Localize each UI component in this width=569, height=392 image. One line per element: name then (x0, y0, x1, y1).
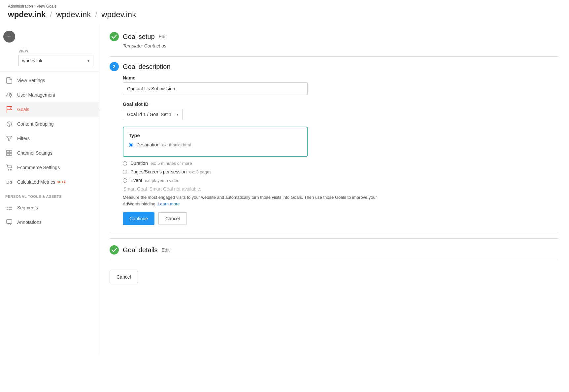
smart-goal-label: Smart Goal (123, 186, 147, 192)
svg-marker-4 (7, 136, 12, 141)
channel-icon (5, 149, 13, 157)
sidebar-item-channel-settings[interactable]: Channel Settings (0, 146, 99, 160)
sidebar-label-view-settings: View Settings (17, 78, 45, 83)
goal-description-step: 2 (110, 62, 119, 71)
svg-rect-7 (7, 153, 9, 156)
sidebar-label-calculated-metrics: Calculated Metrics (17, 179, 55, 185)
view-selector[interactable]: wpdev.ink (18, 55, 93, 66)
page-title: wpdev.ink / wpdev.ink / wpdev.ink (8, 10, 561, 24)
type-option-pages[interactable]: Pages/Screens per session ex: 3 pages (123, 169, 558, 174)
type-example-duration: ex: 5 minutes or more (151, 161, 192, 166)
name-input[interactable] (123, 82, 308, 95)
svg-rect-17 (7, 220, 12, 224)
goal-details-title: Goal details (123, 246, 158, 254)
goal-setup-header: Goal setup Edit (110, 32, 558, 41)
type-radio-event[interactable] (123, 178, 127, 183)
page-title-part3: wpdev.ink (101, 10, 136, 19)
main-layout: ← VIEW wpdev.ink View Settings Us (0, 24, 569, 354)
learn-more-link[interactable]: Learn more (158, 201, 180, 206)
continue-button[interactable]: Continue (123, 212, 154, 225)
view-selector-wrapper: wpdev.ink (18, 55, 93, 66)
sidebar-label-content-grouping: Content Grouping (17, 121, 54, 127)
goal-setup-template: Template: Contact us (110, 43, 558, 48)
sidebar-item-filters[interactable]: Filters (0, 131, 99, 146)
type-example-destination: ex: thanks.html (162, 142, 191, 147)
goal-details-header: Goal details Edit (110, 245, 558, 255)
goal-slot-form-group: Goal slot ID Goal Id 1 / Goal Set 1Goal … (123, 102, 558, 120)
section-divider-2 (110, 233, 558, 233)
svg-rect-5 (7, 150, 9, 153)
goal-description-title: Goal description (123, 63, 171, 71)
personal-tools-nav: Segments Annotations (0, 200, 99, 229)
type-option-event[interactable]: Event ex: played a video (123, 178, 558, 183)
filter-icon (5, 135, 13, 142)
svg-point-1 (11, 93, 12, 95)
sidebar-item-goals[interactable]: Goals (0, 102, 99, 117)
section-divider-1 (110, 56, 558, 57)
sidebar-item-calculated-metrics[interactable]: Dd Calculated Metrics BETA (0, 175, 99, 189)
type-radio-destination[interactable] (129, 143, 133, 147)
sidebar-label-ecommerce-settings: Ecommerce Settings (17, 165, 60, 170)
sidebar-nav: View Settings User Management Goals (0, 73, 99, 189)
main-content: Goal setup Edit Template: Contact us 2 G… (99, 24, 569, 354)
sidebar-item-annotations[interactable]: Annotations (0, 215, 99, 229)
name-form-group: Name (123, 75, 558, 95)
goal-details-check (110, 245, 119, 255)
page-title-sep1: / (50, 10, 52, 19)
type-radio-duration[interactable] (123, 161, 127, 166)
type-example-pages: ex: 3 pages (189, 169, 211, 174)
page-title-part1: wpdev.ink (8, 10, 46, 19)
type-option-duration[interactable]: Duration ex: 5 minutes or more (123, 161, 558, 166)
template-prefix: Template: (123, 43, 143, 48)
sidebar-label-channel-settings: Channel Settings (17, 150, 52, 156)
type-example-event: ex: played a video (145, 178, 180, 183)
type-label-pages: Pages/Screens per session (130, 169, 186, 174)
goal-details-section: Goal details Edit (110, 238, 558, 255)
dd-icon: Dd (5, 178, 13, 186)
goal-setup-section: Goal setup Edit Template: Contact us (110, 32, 558, 48)
sidebar-item-content-grouping[interactable]: Content Grouping (0, 117, 99, 131)
type-label-destination: Destination (136, 142, 159, 147)
template-value: Contact us (144, 43, 166, 48)
page-title-part2: wpdev.ink (56, 10, 91, 19)
sidebar-label-segments: Segments (17, 205, 38, 210)
sidebar-label-annotations: Annotations (17, 220, 42, 225)
sidebar-item-view-settings[interactable]: View Settings (0, 73, 99, 88)
goal-description-header: 2 Goal description (110, 62, 558, 71)
cancel-button[interactable]: Cancel (158, 212, 187, 225)
sidebar-divider-top (0, 72, 99, 72)
goal-setup-title: Goal setup (123, 33, 155, 41)
breadcrumb: Administration › View Goals (8, 4, 561, 9)
bottom-cancel-button[interactable]: Cancel (110, 271, 138, 283)
page-title-sep2: / (95, 10, 97, 19)
goal-slot-select[interactable]: Goal Id 1 / Goal Set 1Goal Id 2 / Goal S… (123, 109, 183, 120)
type-label-event: Event (130, 178, 142, 183)
name-label: Name (123, 75, 558, 80)
form-buttons: Continue Cancel (123, 212, 558, 225)
sidebar-label-goals: Goals (17, 107, 29, 112)
sidebar-label-user-management: User Management (17, 92, 55, 98)
sidebar-item-ecommerce-settings[interactable]: Ecommerce Settings (0, 160, 99, 175)
view-label: VIEW (0, 49, 99, 55)
breadcrumb-admin: Administration (8, 4, 33, 9)
svg-point-9 (8, 169, 9, 170)
sidebar-item-user-management[interactable]: User Management (0, 88, 99, 102)
cart-icon (5, 164, 13, 171)
goal-details-edit[interactable]: Edit (162, 247, 170, 253)
svg-rect-8 (10, 153, 12, 156)
type-label: Type (129, 133, 302, 138)
top-bar: Administration › View Goals wpdev.ink / … (0, 0, 569, 24)
svg-point-10 (11, 169, 12, 170)
goal-slot-label: Goal slot ID (123, 102, 558, 107)
segments-icon (5, 204, 13, 212)
flag-icon (5, 106, 13, 113)
type-box: Type Destination ex: thanks.html (123, 127, 308, 157)
type-option-destination[interactable]: Destination ex: thanks.html (129, 142, 302, 147)
users-icon (5, 91, 13, 99)
back-button[interactable]: ← (3, 31, 15, 43)
type-label-duration: Duration (130, 161, 148, 166)
sidebar-item-segments[interactable]: Segments (0, 200, 99, 215)
section-divider-3 (110, 260, 558, 260)
type-radio-pages[interactable] (123, 170, 127, 174)
goal-setup-edit[interactable]: Edit (159, 34, 167, 39)
